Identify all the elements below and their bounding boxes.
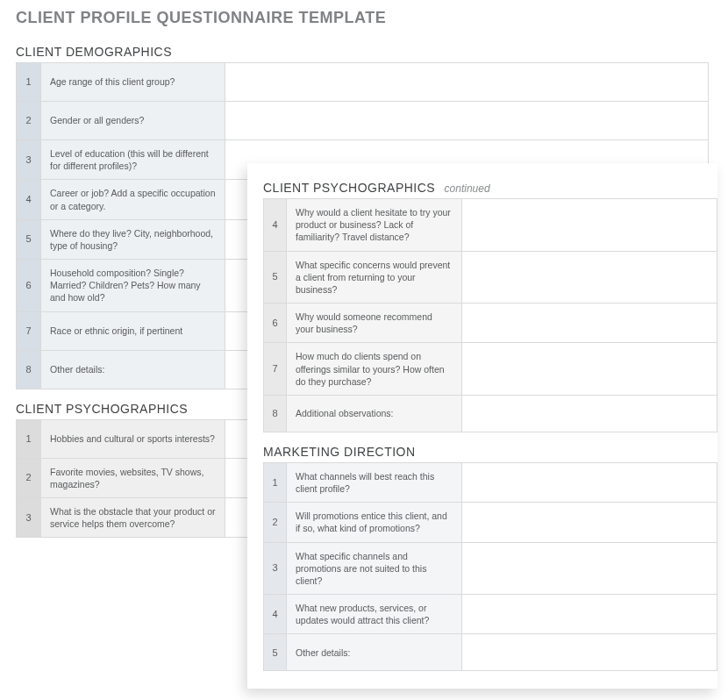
row-answer-cell[interactable] — [462, 343, 717, 396]
row-question: Level of education (this will be differe… — [41, 140, 225, 180]
row-question: What specific concerns would prevent a c… — [287, 251, 462, 304]
table-row: 8Additional observations: — [264, 395, 717, 432]
section-title-marketing: MARKETING DIRECTION — [263, 445, 717, 459]
row-answer-cell[interactable] — [462, 251, 717, 304]
row-answer-cell[interactable] — [225, 63, 709, 102]
row-number: 6 — [264, 304, 287, 343]
table-row: 7How much do clients spend on offerings … — [264, 343, 717, 396]
row-answer-cell[interactable] — [462, 462, 717, 502]
row-answer-cell[interactable] — [462, 595, 717, 634]
row-number: 4 — [17, 180, 41, 219]
row-number: 7 — [17, 311, 41, 350]
row-number: 8 — [264, 395, 287, 432]
row-number: 6 — [17, 260, 41, 312]
row-number: 2 — [17, 458, 41, 497]
row-number: 3 — [17, 140, 41, 180]
continued-label: continued — [445, 182, 490, 195]
section-title-demographics: CLIENT DEMOGRAPHICS — [16, 45, 709, 59]
table-row: 1Age range of this client group? — [17, 63, 709, 102]
row-question: Where do they live? City, neighborhood, … — [41, 219, 225, 259]
row-number: 3 — [264, 542, 287, 595]
table-row: 3What specific channels and promotions a… — [264, 542, 717, 595]
table-row: 1What channels will best reach this clie… — [264, 462, 717, 502]
section-title-text: CLIENT PSYCHOGRAPHICS — [263, 181, 435, 195]
row-question: Why would a client hesitate to try your … — [287, 199, 462, 252]
row-answer-cell[interactable] — [462, 542, 717, 595]
row-number: 2 — [264, 503, 287, 542]
row-question: Race or ethnic origin, if pertinent — [41, 311, 225, 350]
row-number: 2 — [17, 102, 41, 140]
table-row: 4What new products, services, or updates… — [264, 595, 717, 634]
table-row: 5Other details: — [264, 634, 717, 671]
row-question: Household composition? Single? Married? … — [41, 260, 225, 312]
document-title: CLIENT PROFILE QUESTIONNAIRE TEMPLATE — [16, 9, 709, 27]
table-row: 2Gender or all genders? — [17, 102, 709, 140]
row-answer-cell[interactable] — [462, 304, 717, 343]
row-number: 8 — [17, 350, 41, 389]
row-question: Will promotions entice this client, and … — [287, 503, 462, 542]
row-question: Career or job? Add a specific occupation… — [41, 180, 225, 219]
table-row: 4Why would a client hesitate to try your… — [264, 199, 717, 252]
row-question: What is the obstacle that your product o… — [41, 497, 225, 537]
table-row: 2Will promotions entice this client, and… — [264, 503, 717, 542]
row-question: Favorite movies, websites, TV shows, mag… — [41, 458, 225, 497]
row-question: What specific channels and promotions ar… — [287, 542, 462, 595]
row-answer-cell[interactable] — [462, 395, 717, 432]
section-title-psychographics-cont: CLIENT PSYCHOGRAPHICS continued — [263, 181, 717, 195]
row-number: 4 — [264, 595, 287, 634]
row-number: 5 — [264, 634, 287, 671]
row-question: What channels will best reach this clien… — [287, 462, 462, 502]
table-psychographics-b: 4Why would a client hesitate to try your… — [263, 198, 717, 432]
page-2: CLIENT PSYCHOGRAPHICS continued 4Why wou… — [247, 163, 717, 689]
row-number: 4 — [264, 199, 287, 252]
row-answer-cell[interactable] — [462, 634, 717, 671]
row-question: How much do clients spend on offerings s… — [287, 343, 462, 396]
row-number: 7 — [264, 343, 287, 396]
row-question: Hobbies and cultural or sports interests… — [41, 419, 225, 458]
row-question: Other details: — [41, 350, 225, 389]
row-number: 1 — [17, 419, 41, 458]
row-question: Gender or all genders? — [41, 102, 225, 140]
row-question: Other details: — [287, 634, 462, 671]
row-number: 5 — [264, 251, 287, 304]
row-answer-cell[interactable] — [462, 199, 717, 252]
row-question: Additional observations: — [287, 395, 462, 432]
row-number: 5 — [17, 219, 41, 259]
row-question: Age range of this client group? — [41, 63, 225, 102]
row-answer-cell[interactable] — [225, 102, 709, 140]
row-question: What new products, services, or updates … — [287, 595, 462, 634]
row-number: 3 — [17, 497, 41, 537]
row-number: 1 — [264, 462, 287, 502]
table-marketing: 1What channels will best reach this clie… — [263, 462, 717, 672]
table-row: 5What specific concerns would prevent a … — [264, 251, 717, 304]
row-number: 1 — [17, 63, 41, 102]
row-question: Why would someone recommend your busines… — [287, 304, 462, 343]
row-answer-cell[interactable] — [462, 503, 717, 542]
table-row: 6Why would someone recommend your busine… — [264, 304, 717, 343]
